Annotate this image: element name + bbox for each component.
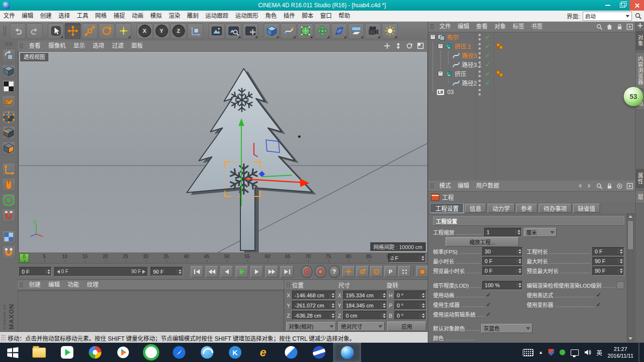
scale-project-button[interactable]: 缩放工程...: [446, 237, 519, 247]
use-animation-checkbox[interactable]: ✓: [486, 292, 494, 298]
om-menu-tags[interactable]: 标签: [509, 22, 528, 32]
position-x-field[interactable]: -146.468 cm: [292, 291, 336, 300]
menu-render[interactable]: 渲染: [165, 11, 183, 21]
play-button[interactable]: [236, 266, 248, 278]
live-selection-button[interactable]: [48, 23, 64, 39]
unit-dropdown[interactable]: 厘米: [524, 228, 557, 237]
stepper[interactable]: [420, 313, 425, 318]
rotate-view-icon[interactable]: [406, 42, 413, 49]
menu-simulate[interactable]: 模拟: [147, 11, 165, 21]
enabled-check-icon[interactable]: ✓: [485, 80, 490, 86]
mat-menu-edit[interactable]: 编辑: [44, 280, 64, 290]
record-keyframe-button[interactable]: [301, 265, 312, 278]
edges-mode-button[interactable]: [2, 126, 15, 139]
auto-snap-button[interactable]: [2, 246, 15, 259]
mat-menu-texture[interactable]: 纹理: [83, 280, 102, 290]
add-tab-icon[interactable]: [627, 24, 633, 30]
menu-script[interactable]: 脚本: [298, 11, 317, 21]
vp-menu-view[interactable]: 查看: [25, 41, 44, 51]
lock-z-button[interactable]: Z: [170, 23, 186, 39]
om-menu-bookmarks[interactable]: 书签: [528, 22, 546, 32]
taskbar-compass-browser[interactable]: [165, 343, 193, 362]
stepper[interactable]: [517, 268, 521, 273]
toggle-view-icon[interactable]: [417, 42, 424, 49]
stepper[interactable]: [420, 293, 425, 298]
vp-menu-display[interactable]: 显示: [70, 41, 89, 51]
menu-sculpt[interactable]: 雕刻: [183, 11, 202, 21]
size-z-field[interactable]: 0 cm: [343, 311, 387, 320]
slider-left-arrow-icon[interactable]: [57, 270, 60, 274]
stepper[interactable]: [618, 249, 623, 254]
coordinate-mode-dropdown[interactable]: 对象(相对): [286, 322, 336, 331]
history-back-icon[interactable]: [577, 183, 583, 189]
record-pla-button[interactable]: [398, 266, 411, 277]
history-forward-icon[interactable]: [587, 183, 592, 189]
vp-menu-filter[interactable]: 过滤: [108, 41, 127, 51]
stepper[interactable]: [618, 259, 623, 264]
use-generators-checkbox[interactable]: ✓: [486, 302, 494, 307]
show-hidden-icons[interactable]: ▲: [539, 350, 543, 355]
taskbar-tencent-video[interactable]: [109, 343, 137, 362]
max-time-field[interactable]: 90 F: [592, 257, 624, 266]
enabled-check-icon[interactable]: ✓: [485, 71, 490, 77]
enabled-check-icon[interactable]: ✓: [485, 53, 490, 58]
tree-row-boolean[interactable]: 布尔 ✓: [428, 32, 636, 42]
previous-frame-button[interactable]: [221, 266, 233, 278]
tree-row-spline-3[interactable]: 路径3 ✓: [428, 51, 636, 60]
subdivision-surface-button[interactable]: [297, 23, 313, 39]
size-y-field[interactable]: 184.345 cm: [343, 301, 387, 310]
enabled-check-icon[interactable]: ✓: [485, 34, 490, 40]
scroll-down-icon[interactable]: [629, 337, 632, 340]
model-mode-button[interactable]: [2, 64, 15, 78]
volume-tray-icon[interactable]: [584, 349, 591, 356]
stepper[interactable]: [381, 313, 386, 318]
start-button[interactable]: [0, 343, 25, 362]
enabled-check-icon[interactable]: ✓: [485, 43, 490, 49]
magnet-snap-button[interactable]: [2, 209, 15, 223]
previous-key-button[interactable]: [206, 266, 218, 278]
deformer-button[interactable]: [331, 23, 347, 39]
section-header[interactable]: 工程设置: [433, 216, 624, 226]
position-z-field[interactable]: -636.28 cm: [292, 311, 336, 320]
current-frame-field[interactable]: 0 F: [388, 253, 426, 263]
collapse-icon[interactable]: [438, 43, 443, 49]
mat-menu-function[interactable]: 功能: [64, 280, 83, 290]
speedup-ball-overlay[interactable]: 53: [624, 87, 643, 106]
next-frame-button[interactable]: [251, 266, 263, 278]
perspective-viewport[interactable]: 透视视图 网格间距 : 10000 cm Y: [18, 51, 428, 253]
menu-mograph[interactable]: 运动图形: [232, 11, 262, 21]
taskbar-half-ball[interactable]: [277, 343, 305, 362]
texture-mode-button[interactable]: [2, 80, 15, 93]
apply-button[interactable]: 应用: [387, 321, 426, 331]
lock-x-button[interactable]: X: [137, 23, 153, 39]
menu-character[interactable]: 角色: [262, 11, 280, 21]
project-scale-field[interactable]: 1: [484, 228, 522, 237]
size-x-field[interactable]: 195.334 cm: [343, 291, 387, 300]
use-expressions-checkbox[interactable]: ✓: [596, 292, 604, 298]
add-panel-icon[interactable]: [637, 23, 643, 28]
record-parameter-button[interactable]: P: [384, 266, 397, 277]
tab-objects-vertical[interactable]: 对象: [635, 31, 644, 50]
tree-row-lod-03[interactable]: L0 03: [428, 87, 636, 97]
tweak-mode-button[interactable]: [2, 178, 15, 192]
taskbar-c4d-app[interactable]: [333, 343, 361, 362]
rotation-b-field[interactable]: 0 °: [394, 311, 426, 320]
render-region-button[interactable]: [225, 23, 241, 39]
tree-row-spline-2[interactable]: 路径2 ✓: [428, 78, 636, 87]
language-indicator[interactable]: 英: [597, 348, 602, 357]
palette-grip[interactable]: [5, 42, 13, 46]
taskbar-pinwheel-browser[interactable]: [81, 343, 109, 362]
attribute-grip[interactable]: [430, 182, 434, 189]
toolbar-grip[interactable]: [2, 26, 7, 36]
visibility-dots[interactable]: [478, 33, 481, 41]
taskbar-band-ball[interactable]: [305, 343, 333, 362]
home-icon[interactable]: [606, 24, 613, 30]
light-button[interactable]: [382, 23, 398, 39]
tab-references[interactable]: 参考: [516, 204, 537, 213]
om-menu-objects[interactable]: 对象: [491, 22, 509, 32]
min-time-field[interactable]: 0 F: [482, 257, 523, 266]
snap-enable-button[interactable]: S: [2, 194, 15, 207]
taskbar-qq-browser[interactable]: [193, 343, 221, 362]
tab-todo[interactable]: 待办事项: [539, 204, 572, 213]
viewport-canvas[interactable]: [19, 52, 427, 252]
